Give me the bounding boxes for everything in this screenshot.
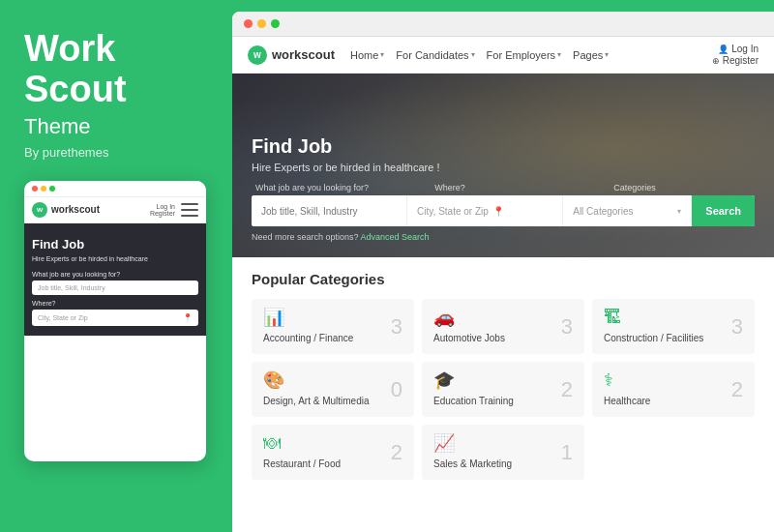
location-input[interactable]: City, State or Zip 📍	[407, 195, 563, 226]
category-info: 🍽 Restaurant / Food	[263, 434, 341, 470]
category-card-sales[interactable]: 📈 Sales & Marketing 1	[422, 425, 584, 480]
job-search-input[interactable]	[252, 195, 407, 226]
hero-subtitle: Hire Experts or be hirded in healthcare …	[252, 162, 755, 173]
category-count-healthcare: 2	[731, 377, 743, 402]
automotive-icon: 🚗	[433, 309, 505, 326]
category-info: 🚗 Automotive Jobs	[433, 309, 505, 344]
category-count-restaurant: 2	[391, 440, 402, 465]
mobile-where-field[interactable]: City, State or Zip 📍	[32, 310, 198, 326]
category-card-restaurant[interactable]: 🍽 Restaurant / Food 2	[252, 425, 414, 480]
brand-subtitle: Theme	[24, 114, 208, 139]
hero-content: Find Job Hire Experts or be hirded in he…	[252, 135, 755, 242]
restaurant-icon: 🍽	[263, 434, 341, 452]
advanced-search-link[interactable]: Advanced Search	[361, 232, 430, 242]
category-card-healthcare[interactable]: ⚕ Healthcare 2	[592, 362, 755, 417]
category-chevron-icon: ▾	[677, 207, 681, 216]
site-hero: Find Job Hire Experts or be hirded in he…	[232, 74, 774, 257]
category-name-automotive: Automotive Jobs	[433, 332, 505, 344]
category-name-education: Education Training	[433, 395, 514, 407]
site-logo-icon: w	[248, 45, 267, 65]
mobile-mockup: w workscout Log In Register Find Job Hir…	[24, 181, 206, 461]
label-where: Where?	[431, 183, 610, 192]
mobile-browser-bar	[24, 181, 206, 197]
mobile-logo-icon: w	[32, 202, 47, 218]
browser-minimize-dot[interactable]	[257, 19, 266, 28]
search-button[interactable]: Search	[692, 195, 755, 226]
brand-title: Work Scout	[24, 29, 208, 110]
category-count-accounting: 3	[391, 314, 402, 340]
browser-close-dot[interactable]	[244, 19, 253, 28]
home-chevron-icon: ▾	[380, 50, 384, 59]
education-icon: 🎓	[433, 371, 514, 389]
healthcare-icon: ⚕	[604, 371, 650, 389]
mobile-hamburger-icon[interactable]	[181, 203, 198, 217]
site-logo[interactable]: w workscout	[248, 45, 335, 65]
nav-right: 👤 Log In ⊕ Register	[712, 44, 759, 66]
mobile-nav-bar: w workscout Log In Register	[24, 197, 206, 223]
search-labels: What job are you looking for? Where? Cat…	[252, 183, 755, 192]
hero-advanced-search: Need more search options? Advanced Searc…	[252, 232, 755, 242]
nav-login[interactable]: 👤 Log In	[718, 44, 759, 54]
category-name-healthcare: Healthcare	[604, 395, 650, 407]
browser-maximize-dot[interactable]	[271, 19, 280, 28]
category-count-design: 0	[391, 377, 402, 402]
nav-candidates[interactable]: For Candidates ▾	[396, 49, 474, 61]
category-card-design[interactable]: 🎨 Design, Art & Multimedia 0	[252, 362, 414, 417]
construction-icon: 🏗	[604, 309, 703, 326]
right-panel: w workscout Home ▾ For Candidates ▾ For …	[232, 12, 774, 532]
mobile-window-controls	[32, 186, 55, 192]
mobile-close-dot	[32, 186, 38, 192]
category-name-accounting: Accounting / Finance	[263, 332, 353, 344]
category-info: 🎓 Education Training	[433, 371, 514, 407]
nav-home[interactable]: Home ▾	[350, 49, 384, 61]
category-card-accounting[interactable]: 📊 Accounting / Finance 3	[252, 299, 414, 354]
design-icon: 🎨	[263, 371, 370, 389]
pages-chevron-icon: ▾	[605, 50, 609, 59]
category-count-automotive: 3	[561, 314, 573, 340]
category-card-automotive[interactable]: 🚗 Automotive Jobs 3	[422, 299, 584, 354]
mobile-where-label: Where?	[32, 300, 198, 307]
mobile-logo: w workscout	[32, 202, 100, 218]
search-bar: City, State or Zip 📍 All Categories ▾ Se…	[252, 195, 755, 226]
categories-title: Popular Categories	[252, 271, 755, 287]
label-job: What job are you looking for?	[252, 183, 431, 192]
categories-grid: 📊 Accounting / Finance 3 🚗 Automotive Jo…	[252, 299, 755, 480]
categories-section: Popular Categories 📊 Accounting / Financ…	[232, 257, 774, 532]
accounting-icon: 📊	[263, 309, 353, 326]
category-info: 📈 Sales & Marketing	[433, 434, 512, 470]
site-nav: w workscout Home ▾ For Candidates ▾ For …	[232, 37, 774, 74]
nav-employers[interactable]: For Employers ▾	[487, 49, 562, 61]
mobile-minimize-dot	[41, 186, 46, 192]
browser-chrome	[232, 12, 774, 37]
category-count-sales: 1	[561, 440, 573, 465]
location-pin-icon: 📍	[492, 206, 504, 217]
category-card-education[interactable]: 🎓 Education Training 2	[422, 362, 584, 417]
label-category: Categories	[610, 183, 755, 192]
category-select[interactable]: All Categories ▾	[563, 195, 692, 226]
category-count-education: 2	[561, 377, 573, 402]
category-name-design: Design, Art & Multimedia	[263, 395, 370, 407]
category-info: ⚕ Healthcare	[604, 371, 650, 407]
mobile-hero-title: Find Job	[32, 237, 198, 251]
category-count-construction: 3	[731, 314, 743, 340]
mobile-hero: Find Job Hire Experts or be hirded in he…	[24, 223, 206, 336]
category-card-construction[interactable]: 🏗 Construction / Facilities 3	[592, 299, 755, 354]
nav-pages[interactable]: Pages ▾	[573, 49, 609, 61]
mobile-search-field[interactable]: Job title, Skill, Industry	[32, 281, 198, 295]
category-name-construction: Construction / Facilities	[604, 332, 703, 344]
website-preview: w workscout Home ▾ For Candidates ▾ For …	[232, 37, 774, 532]
mobile-search-label: What job are you looking for?	[32, 271, 198, 278]
category-name-sales: Sales & Marketing	[433, 458, 512, 470]
nav-links: Home ▾ For Candidates ▾ For Employers ▾ …	[350, 49, 712, 61]
left-panel: Work Scout Theme By purethemes w worksco…	[0, 0, 232, 532]
mobile-maximize-dot	[49, 186, 55, 192]
category-info: 🎨 Design, Art & Multimedia	[263, 371, 370, 407]
brand-by: By purethemes	[24, 145, 208, 160]
candidates-chevron-icon: ▾	[471, 50, 475, 59]
category-info: 🏗 Construction / Facilities	[604, 309, 703, 344]
sales-icon: 📈	[433, 434, 512, 452]
category-info: 📊 Accounting / Finance	[263, 309, 353, 344]
nav-register[interactable]: ⊕ Register	[712, 55, 759, 66]
category-name-restaurant: Restaurant / Food	[263, 458, 341, 470]
hero-title: Find Job	[252, 135, 755, 158]
